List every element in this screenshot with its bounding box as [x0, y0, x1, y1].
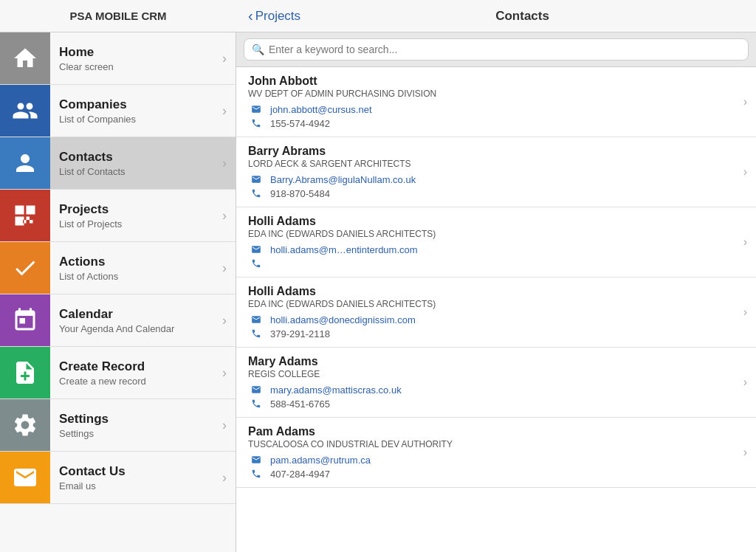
contact-name: Pam Adams — [248, 425, 744, 438]
contact-email[interactable]: mary.adams@mattiscras.co.uk — [270, 384, 402, 396]
search-input[interactable] — [269, 44, 740, 55]
sidebar-item-companies[interactable]: Companies List of Companies › — [0, 85, 236, 137]
contact-item[interactable]: Mary Adams REGIS COLLEGE mary.adams@matt… — [236, 348, 756, 418]
contact-phone: 407-284-4947 — [270, 469, 330, 480]
contact-item[interactable]: Barry Abrams LORD AECK & SARGENT ARCHITE… — [236, 137, 756, 207]
back-chevron-icon: ‹ — [248, 7, 253, 24]
contact-phone: 379-291-2118 — [270, 328, 330, 339]
sidebar-calendar-label: Calendar — [59, 307, 213, 322]
sidebar-projects-label: Projects — [59, 202, 213, 217]
app-title: PSA MOBILE CRM — [0, 10, 236, 22]
email-icon — [248, 384, 264, 396]
sidebar-contacts-sublabel: List of Contacts — [59, 166, 213, 177]
contact-phone: 918-870-5484 — [270, 188, 330, 199]
sidebar-calendar-sublabel: Your Agenda And Calendar — [59, 323, 213, 334]
sidebar-projects-sublabel: List of Projects — [59, 218, 213, 230]
sidebar-settings-label: Settings — [59, 412, 213, 427]
sidebar-item-contact-us[interactable]: Contact Us Email us › — [0, 452, 236, 504]
chevron-right-icon: › — [222, 261, 227, 276]
sidebar-companies-sublabel: List of Companies — [59, 114, 213, 125]
calendar-icon — [0, 294, 50, 346]
contact-email[interactable]: holli.adams@m…entinterdum.com — [270, 244, 418, 255]
contact-phone: 155-574-4942 — [270, 118, 330, 129]
sidebar-item-create-record[interactable]: Create Record Create a new record › — [0, 347, 236, 399]
back-button[interactable]: ‹ Projects — [248, 7, 300, 24]
sidebar-actions-label: Actions — [59, 255, 213, 269]
contact-name: John Abbott — [248, 75, 744, 88]
back-label: Projects — [255, 9, 300, 24]
contact-company: EDA INC (EDWARDS DANIELS ARCHITECTS) — [248, 229, 744, 239]
chevron-right-icon: › — [222, 418, 227, 433]
contact-email[interactable]: pam.adams@rutrum.ca — [270, 455, 371, 466]
content-area: 🔍 John Abbott WV DEPT OF ADMIN PURCHASIN… — [236, 32, 756, 552]
sidebar-settings-sublabel: Settings — [59, 428, 213, 439]
sidebar-item-calendar[interactable]: Calendar Your Agenda And Calendar › — [0, 294, 236, 347]
sidebar-home-sublabel: Clear screen — [59, 61, 213, 72]
contact-list: John Abbott WV DEPT OF ADMIN PURCHASING … — [236, 67, 756, 552]
contact-item[interactable]: Pam Adams TUSCALOOSA CO INDUSTRIAL DEV A… — [236, 418, 756, 488]
contact-company: WV DEPT OF ADMIN PURCHASING DIVISION — [248, 89, 744, 99]
sidebar-actions-sublabel: List of Actions — [59, 271, 213, 282]
phone-icon — [248, 398, 264, 410]
phone-icon — [248, 468, 264, 480]
contact-name: Holli Adams — [248, 215, 744, 228]
sidebar-item-settings[interactable]: Settings Settings › — [0, 399, 236, 452]
chevron-right-icon: › — [222, 313, 227, 328]
companies-icon — [0, 85, 50, 137]
phone-icon — [248, 117, 264, 129]
phone-icon — [248, 187, 264, 199]
phone-icon — [248, 258, 264, 269]
sidebar-contact-us-sublabel: Email us — [59, 480, 213, 491]
chevron-right-icon: › — [743, 306, 747, 319]
home-icon — [0, 32, 50, 84]
contact-name: Mary Adams — [248, 355, 744, 368]
sidebar-item-home[interactable]: Home Clear screen › — [0, 32, 236, 85]
chevron-right-icon: › — [222, 208, 227, 224]
chevron-right-icon: › — [222, 51, 227, 66]
contact-company: TUSCALOOSA CO INDUSTRIAL DEV AUTHORITY — [248, 439, 744, 449]
chevron-right-icon: › — [743, 376, 747, 389]
chevron-right-icon: › — [222, 156, 227, 171]
create-record-icon — [0, 347, 50, 399]
page-title: Contacts — [300, 9, 744, 24]
chevron-right-icon: › — [743, 235, 747, 249]
contact-name: Barry Abrams — [248, 145, 744, 158]
contact-company: LORD AECK & SARGENT ARCHITECTS — [248, 159, 744, 169]
sidebar-item-contacts[interactable]: Contacts List of Contacts › — [0, 137, 236, 190]
contact-email[interactable]: holli.adams@donecdignissim.com — [270, 314, 416, 325]
projects-icon — [0, 190, 50, 241]
sidebar-contact-us-label: Contact Us — [59, 464, 213, 479]
email-icon — [248, 173, 264, 185]
contacts-icon — [0, 137, 50, 189]
contact-email[interactable]: Barry.Abrams@ligulaNullam.co.uk — [270, 174, 416, 185]
email-icon — [248, 314, 264, 325]
chevron-right-icon: › — [743, 446, 747, 459]
chevron-right-icon: › — [222, 365, 227, 381]
chevron-right-icon: › — [743, 95, 747, 108]
sidebar-home-label: Home — [59, 45, 213, 60]
sidebar: Home Clear screen › Companies List of Co… — [0, 32, 236, 552]
sidebar-item-actions[interactable]: Actions List of Actions › — [0, 242, 236, 294]
sidebar-create-sublabel: Create a new record — [59, 376, 213, 387]
contact-company: REGIS COLLEGE — [248, 369, 744, 379]
sidebar-create-label: Create Record — [59, 359, 213, 374]
contact-phone: 588-451-6765 — [270, 399, 330, 410]
contact-name: Holli Adams — [248, 285, 744, 298]
sidebar-item-projects[interactable]: Projects List of Projects › — [0, 190, 236, 242]
contact-company: EDA INC (EDWARDS DANIELS ARCHITECTS) — [248, 299, 744, 309]
contact-item[interactable]: John Abbott WV DEPT OF ADMIN PURCHASING … — [236, 67, 756, 137]
email-icon — [248, 103, 264, 115]
contact-email[interactable]: john.abbott@cursus.net — [270, 104, 372, 115]
contact-item[interactable]: Holli Adams EDA INC (EDWARDS DANIELS ARC… — [236, 207, 756, 277]
settings-icon — [0, 399, 50, 451]
search-bar: 🔍 — [236, 32, 756, 67]
contact-item[interactable]: Holli Adams EDA INC (EDWARDS DANIELS ARC… — [236, 277, 756, 348]
chevron-right-icon: › — [222, 470, 227, 486]
phone-icon — [248, 328, 264, 339]
email-icon — [248, 454, 264, 466]
contact-us-icon — [0, 452, 50, 503]
email-icon — [248, 244, 264, 255]
actions-icon — [0, 242, 50, 294]
sidebar-companies-label: Companies — [59, 97, 213, 112]
chevron-right-icon: › — [743, 165, 747, 179]
